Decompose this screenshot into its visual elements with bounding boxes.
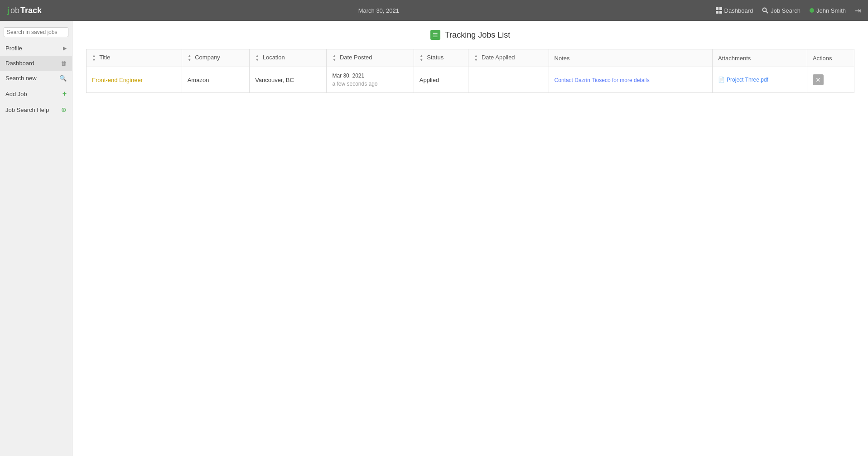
- main-layout: 🔍 Profile ▶ Dashboard 🗑 Search new 🔍 Add…: [0, 21, 868, 456]
- svg-rect-1: [719, 7, 722, 10]
- sidebar-item-job-search-help[interactable]: Job Search Help ⊕: [0, 102, 72, 117]
- svg-rect-0: [716, 7, 719, 10]
- row-attachment-link[interactable]: 📄 Project Three.pdf: [718, 77, 801, 83]
- app-brand[interactable]: jobTrack: [7, 6, 42, 15]
- user-online-indicator: [810, 8, 814, 13]
- sidebar-add-job-icon[interactable]: +: [63, 90, 67, 98]
- sort-status-icon: ▲▼: [420, 54, 424, 62]
- brand-icon: j: [7, 6, 10, 15]
- row-status: Applied: [420, 77, 439, 83]
- search-saved-jobs-input[interactable]: [7, 29, 75, 35]
- row-company-cell: Amazon: [182, 67, 249, 93]
- row-location-cell: Vancouver, BC: [250, 67, 327, 93]
- sidebar-item-search-new[interactable]: Search new 🔍: [0, 71, 72, 86]
- col-status[interactable]: ▲▼ Status: [414, 49, 468, 67]
- table-body: Front-end Engineer Amazon Vancouver, BC …: [87, 67, 854, 93]
- search-nav-icon: [762, 7, 768, 14]
- page-title-icon: ☰: [430, 30, 440, 40]
- svg-line-5: [766, 11, 768, 13]
- col-location[interactable]: ▲▼ Location: [250, 49, 327, 67]
- sort-date-posted-icon: ▲▼: [332, 54, 336, 62]
- row-status-cell: Applied: [414, 67, 468, 93]
- sidebar-item-profile[interactable]: Profile ▶: [0, 41, 72, 56]
- dashboard-nav-link[interactable]: Dashboard: [716, 7, 753, 14]
- sort-company-icon: ▲▼: [188, 54, 192, 62]
- sidebar-search-new-label: Search new: [5, 75, 37, 82]
- sidebar-dashboard-delete-icon[interactable]: 🗑: [61, 60, 67, 67]
- sidebar-search-box[interactable]: 🔍: [4, 27, 68, 37]
- row-title-cell: Front-end Engineer: [87, 67, 182, 93]
- row-attachments-cell: 📄 Project Three.pdf: [713, 67, 807, 93]
- row-company: Amazon: [188, 77, 209, 83]
- sort-location-icon: ▲▼: [255, 54, 259, 62]
- sidebar-job-search-help-icon[interactable]: ⊕: [61, 106, 67, 113]
- sidebar-profile-label: Profile: [5, 45, 22, 52]
- sidebar-search-new-icon: 🔍: [59, 75, 67, 82]
- sidebar-item-add-job[interactable]: Add Job +: [0, 86, 72, 102]
- sidebar-profile-arrow: ▶: [63, 45, 67, 51]
- svg-rect-2: [716, 11, 719, 14]
- dashboard-icon: [716, 7, 722, 14]
- sort-title-icon: ▲▼: [92, 54, 96, 62]
- navbar-date: March 30, 2021: [42, 7, 715, 14]
- svg-point-4: [763, 8, 767, 12]
- row-notes-cell: Contact Dazrin Tioseco for more details: [549, 67, 713, 93]
- row-date-applied-cell: [468, 67, 549, 93]
- sort-date-applied-icon: ▲▼: [474, 54, 478, 62]
- brand-track: Track: [20, 6, 42, 15]
- col-notes: Notes: [549, 49, 713, 67]
- row-delete-button[interactable]: ✕: [813, 74, 824, 85]
- row-date-posted-cell: Mar 30, 2021 a few seconds ago: [327, 67, 414, 93]
- brand-ob: ob: [10, 6, 19, 15]
- sidebar: 🔍 Profile ▶ Dashboard 🗑 Search new 🔍 Add…: [0, 21, 72, 456]
- navbar: jobTrack March 30, 2021 Dashboard Job Se…: [0, 0, 868, 21]
- navbar-right: Dashboard Job Search John Smith ⇥: [716, 6, 861, 15]
- sidebar-job-search-help-label: Job Search Help: [5, 107, 49, 113]
- svg-rect-3: [719, 11, 722, 14]
- jobs-table: ▲▼ Title ▲▼ Company ▲▼ Location ▲▼ Date …: [86, 49, 854, 93]
- sidebar-add-job-label: Add Job: [5, 91, 27, 97]
- col-actions: Actions: [807, 49, 854, 67]
- col-attachments: Attachments: [713, 49, 807, 67]
- sidebar-dashboard-label: Dashboard: [5, 60, 34, 67]
- page-title-row: ☰ Tracking Jobs List: [86, 30, 854, 40]
- table-row: Front-end Engineer Amazon Vancouver, BC …: [87, 67, 854, 93]
- job-search-nav-link[interactable]: Job Search: [762, 7, 800, 14]
- user-nav-link[interactable]: John Smith: [810, 7, 846, 14]
- file-icon: 📄: [718, 77, 725, 83]
- page-title: Tracking Jobs List: [445, 30, 510, 40]
- col-title[interactable]: ▲▼ Title: [87, 49, 182, 67]
- main-content: ☰ Tracking Jobs List ▲▼ Title ▲▼ Company: [72, 21, 868, 456]
- table-header: ▲▼ Title ▲▼ Company ▲▼ Location ▲▼ Date …: [87, 49, 854, 67]
- sidebar-item-dashboard[interactable]: Dashboard 🗑: [0, 56, 72, 71]
- job-title-link[interactable]: Front-end Engineer: [92, 77, 143, 83]
- row-actions-cell: ✕: [807, 67, 854, 93]
- col-date-applied[interactable]: ▲▼ Date Applied: [468, 49, 549, 67]
- row-location: Vancouver, BC: [255, 77, 294, 83]
- logout-button[interactable]: ⇥: [855, 6, 861, 15]
- row-date-posted: Mar 30, 2021 a few seconds ago: [332, 72, 408, 88]
- col-company[interactable]: ▲▼ Company: [182, 49, 249, 67]
- col-date-posted[interactable]: ▲▼ Date Posted: [327, 49, 414, 67]
- row-notes: Contact Dazrin Tioseco for more details: [555, 77, 650, 83]
